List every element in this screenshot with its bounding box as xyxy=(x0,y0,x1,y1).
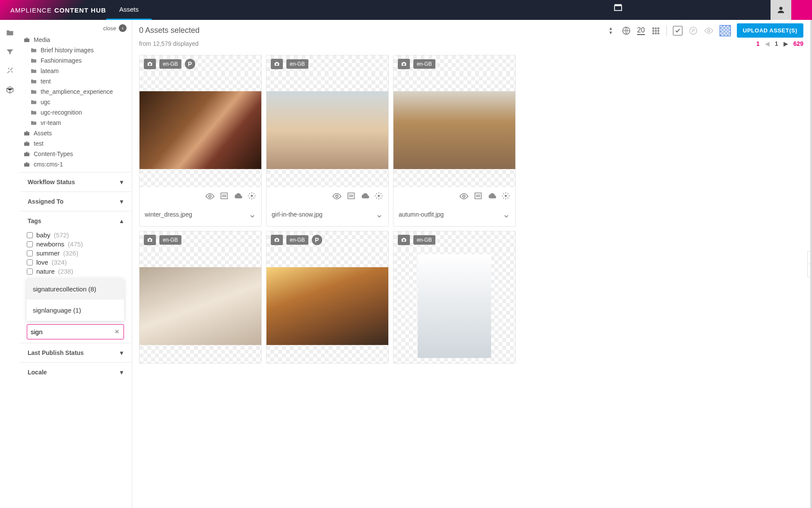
camera-icon xyxy=(144,59,156,69)
folder-item[interactable]: Fashionimages xyxy=(30,55,127,66)
rail-tools-icon[interactable] xyxy=(5,66,15,76)
folder-item[interactable]: the_amplience_experience xyxy=(30,86,127,97)
svg-point-51 xyxy=(403,239,405,241)
asset-thumbnail[interactable] xyxy=(393,249,515,363)
folder-item[interactable]: ugc xyxy=(30,97,127,107)
edit-icon[interactable] xyxy=(220,192,228,201)
asset-thumbnail[interactable] xyxy=(266,73,388,187)
svg-rect-36 xyxy=(348,193,355,198)
right-panel-handle[interactable]: ⋮ xyxy=(807,251,811,277)
preview-icon[interactable] xyxy=(332,192,342,201)
tag-suggestion[interactable]: signaturecollection (8) xyxy=(27,278,124,300)
chevron-down-icon[interactable]: ⌄ xyxy=(375,209,383,220)
app-switcher-button[interactable] xyxy=(791,0,812,20)
folder-tree: Media Brief history imagesFashionimagesl… xyxy=(20,35,131,172)
tag-checkbox[interactable] xyxy=(27,259,33,265)
camera-icon xyxy=(271,59,283,69)
asset-card[interactable]: en-GB xyxy=(393,231,516,364)
download-icon[interactable] xyxy=(361,192,369,201)
library-item[interactable]: Assets xyxy=(23,128,127,138)
tag-checkbox-row[interactable]: nature (238) xyxy=(27,267,124,276)
svg-rect-5 xyxy=(24,132,29,135)
card-actions xyxy=(140,187,261,205)
per-page-select[interactable]: 20 xyxy=(637,26,645,35)
folder-item[interactable]: ugc-recognition xyxy=(30,107,127,118)
pager-first[interactable]: 1 xyxy=(756,40,760,47)
svg-rect-4 xyxy=(26,38,28,38)
sidebar: close ‹ Media Brief history imagesFashio… xyxy=(20,20,132,508)
asset-card[interactable]: en-GBPwinter_dress.jpeg⌄ xyxy=(139,55,262,227)
tag-checkbox-row[interactable]: love (324) xyxy=(27,258,124,267)
asset-card[interactable]: en-GBautumn-outfit.jpg⌄ xyxy=(393,55,516,227)
sort-control[interactable]: ▲▼ xyxy=(606,26,615,35)
folder-item[interactable]: Brief history images xyxy=(30,45,127,55)
svg-point-0 xyxy=(779,7,782,10)
accordion-workflow[interactable]: Workflow Status ▾ xyxy=(20,172,131,192)
accordion-locale[interactable]: Locale ▾ xyxy=(20,362,131,382)
accordion-assigned[interactable]: Assigned To ▾ xyxy=(20,192,131,211)
download-icon[interactable] xyxy=(488,192,496,201)
preview-icon[interactable] xyxy=(459,192,469,201)
asset-thumbnail[interactable] xyxy=(140,73,261,187)
gear-icon[interactable] xyxy=(501,192,510,201)
folder-item[interactable]: lateam xyxy=(30,66,127,76)
tag-checkbox-row[interactable]: newborns (475) xyxy=(27,240,124,249)
accordion-tags[interactable]: Tags ▴ xyxy=(20,211,131,230)
transparency-toggle[interactable] xyxy=(720,25,731,36)
edit-icon[interactable] xyxy=(474,192,482,201)
tag-search-input-wrap[interactable]: × xyxy=(27,324,124,339)
asset-card[interactable]: en-GB xyxy=(139,231,262,364)
selection-count: 0 Assets selected xyxy=(139,26,200,35)
tag-checkbox-row[interactable]: baby (572) xyxy=(27,230,124,240)
preview-icon[interactable] xyxy=(205,192,215,201)
accordion-last-publish[interactable]: Last Publish Status ▾ xyxy=(20,343,131,362)
preview-icon[interactable] xyxy=(704,26,714,35)
gear-icon[interactable] xyxy=(247,192,256,201)
upload-button[interactable]: UPLOAD ASSET(S) xyxy=(737,23,803,38)
topbar: AMPLIENCE CONTENT HUB Assets xyxy=(0,0,812,20)
pager-next[interactable]: ▶ xyxy=(783,40,788,47)
edit-icon[interactable] xyxy=(347,192,355,201)
clear-search-icon[interactable]: × xyxy=(114,327,120,336)
library-item[interactable]: test xyxy=(23,138,127,149)
toolbar: 0 Assets selected ▲▼ 20 P UPLOAD ASSET(S… xyxy=(132,20,810,38)
gear-icon[interactable] xyxy=(374,192,383,201)
asset-thumbnail[interactable] xyxy=(393,73,515,187)
rail-folders-icon[interactable] xyxy=(5,28,15,38)
tag-checkbox[interactable] xyxy=(27,241,33,247)
rail-filter-icon[interactable] xyxy=(5,47,15,57)
nav-assets[interactable]: Assets xyxy=(106,0,152,20)
chevron-down-icon[interactable]: ⌄ xyxy=(502,209,510,220)
tag-search-input[interactable] xyxy=(31,328,114,335)
tag-checkbox[interactable] xyxy=(27,232,33,238)
tree-media-root[interactable]: Media xyxy=(23,35,127,45)
library-item[interactable]: Content-Types xyxy=(23,149,127,159)
camera-icon xyxy=(398,235,410,245)
asset-card[interactable]: en-GBgirl-in-the-snow.jpg⌄ xyxy=(266,55,389,227)
download-icon[interactable] xyxy=(234,192,242,201)
svg-point-43 xyxy=(505,195,507,197)
tag-checkbox[interactable] xyxy=(27,268,33,275)
tag-checkbox[interactable] xyxy=(27,250,33,256)
pager-prev[interactable]: ◀ xyxy=(765,40,770,47)
folder-item[interactable]: tent xyxy=(30,76,127,86)
user-menu-button[interactable] xyxy=(771,0,791,20)
locale-badge: en-GB xyxy=(159,235,181,245)
select-all-toggle[interactable] xyxy=(673,26,682,35)
library-item[interactable]: cms:cms-1 xyxy=(23,159,127,169)
pager-last[interactable]: 629 xyxy=(793,40,803,47)
tag-suggestion[interactable]: signlanguage (1) xyxy=(27,300,124,321)
folder-item[interactable]: vr-team xyxy=(30,118,127,128)
asset-thumbnail[interactable] xyxy=(140,249,261,363)
chevron-down-icon[interactable]: ⌄ xyxy=(248,209,256,220)
globe-icon[interactable] xyxy=(622,26,631,35)
folder-icon xyxy=(30,88,37,95)
svg-point-27 xyxy=(149,63,151,65)
grid-view-icon[interactable] xyxy=(651,26,660,35)
sidebar-close[interactable]: close ‹ xyxy=(20,20,131,35)
asset-card[interactable]: en-GBP xyxy=(266,231,389,364)
asset-thumbnail[interactable] xyxy=(266,249,388,363)
rail-package-icon[interactable] xyxy=(5,85,15,95)
publish-icon[interactable]: P xyxy=(688,26,698,35)
tag-checkbox-row[interactable]: summer (326) xyxy=(27,249,124,258)
